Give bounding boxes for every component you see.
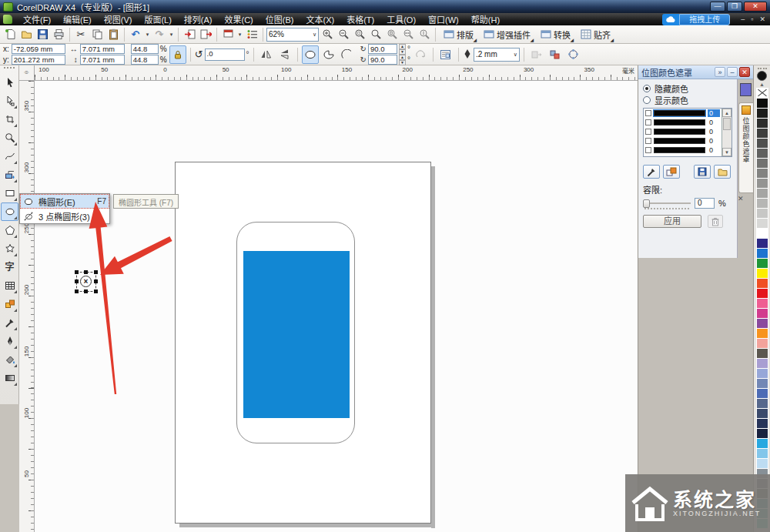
maximize-button[interactable]: ❐ <box>727 2 742 12</box>
save-button[interactable] <box>35 27 50 42</box>
pick-tool[interactable] <box>1 73 18 92</box>
zoom-tool[interactable] <box>1 129 18 147</box>
palette-color-swatch[interactable] <box>756 358 768 368</box>
document-page[interactable] <box>175 162 431 524</box>
rectangle-tool[interactable] <box>1 184 18 202</box>
palette-color-swatch[interactable] <box>756 98 768 108</box>
palette-color-swatch[interactable] <box>756 328 768 338</box>
palette-color-swatch[interactable] <box>756 128 768 138</box>
palette-color-swatch[interactable] <box>756 148 768 158</box>
docker-close-button[interactable]: ✕ <box>739 67 750 77</box>
doc-minimize-button[interactable]: – <box>738 15 748 23</box>
selection-handle[interactable] <box>75 279 79 283</box>
horizontal-ruler[interactable]: 毫米 10050050100150200250300350 <box>35 65 638 81</box>
menu-arrange[interactable]: 排列(A) <box>178 12 219 26</box>
outline-width-combo[interactable]: .2 mm ∨ <box>474 48 520 62</box>
mask-row-checkbox[interactable] <box>645 129 651 135</box>
zoom-all-button[interactable] <box>368 27 383 42</box>
crop-tool[interactable] <box>1 110 18 129</box>
end-angle-spinner[interactable]: ▲▼ <box>399 55 406 65</box>
menu-view[interactable]: 视图(V) <box>98 12 139 26</box>
palette-flyout-button[interactable] <box>757 71 767 81</box>
mask-row-checkbox[interactable] <box>645 119 651 125</box>
mask-color-swatch[interactable] <box>654 147 705 153</box>
save-mask-button[interactable] <box>694 165 711 179</box>
start-angle-spinner[interactable]: ▲▼ <box>399 44 406 55</box>
palette-color-swatch[interactable] <box>756 248 768 258</box>
convert-toolbar-button[interactable]: 转换◢ <box>536 27 575 42</box>
doc-restore-button[interactable]: ▫ <box>748 15 756 23</box>
scroll-down-icon[interactable]: ▼ <box>722 148 732 156</box>
color-mask-row[interactable]: 0 <box>644 136 721 146</box>
menu-file[interactable]: 文件(F) <box>17 12 57 26</box>
edit-color-button[interactable] <box>663 165 680 179</box>
slider-thumb[interactable] <box>643 199 650 208</box>
color-docker-tab[interactable] <box>740 83 752 96</box>
object-height-field[interactable]: 7.071 mm <box>80 55 125 65</box>
palette-color-swatch[interactable] <box>756 158 768 168</box>
blend-tool[interactable] <box>1 295 18 313</box>
object-width-field[interactable]: 7.071 mm <box>80 44 125 54</box>
minimize-button[interactable]: — <box>710 2 725 12</box>
docker-expand-button[interactable]: » <box>715 67 725 77</box>
menu-bitmaps[interactable]: 位图(B) <box>259 12 300 26</box>
hide-colors-radio[interactable]: 隐藏颜色 <box>643 82 732 94</box>
close-button[interactable]: ✕ <box>744 2 767 12</box>
pie-mode-button[interactable] <box>320 45 337 64</box>
selection-handle[interactable] <box>84 270 88 274</box>
tab-strip-close-icon[interactable]: ✕ <box>738 195 744 202</box>
mask-color-swatch[interactable] <box>654 129 705 135</box>
zoom-height-button[interactable] <box>417 27 432 42</box>
scroll-thumb[interactable] <box>723 118 731 130</box>
object-x-field[interactable]: -72.059 mm <box>12 44 65 54</box>
palette-color-swatch[interactable] <box>756 348 768 358</box>
import-button[interactable] <box>182 27 197 42</box>
palette-color-swatch[interactable] <box>756 108 768 118</box>
application-launcher-button[interactable] <box>220 27 236 42</box>
selection-handle[interactable] <box>94 279 98 283</box>
symmetry-button[interactable] <box>565 45 582 64</box>
zoom-out-button[interactable] <box>336 27 351 42</box>
redo-button[interactable]: ↷ <box>152 27 167 42</box>
drag-upload-button[interactable]: 拖拽上传 <box>662 14 730 25</box>
paste-button[interactable] <box>105 27 121 42</box>
rotation-angle-field[interactable]: .0 <box>205 49 245 61</box>
palette-scroll-up[interactable]: ▲ <box>759 82 765 88</box>
palette-color-swatch[interactable] <box>756 138 768 148</box>
delete-mask-button[interactable] <box>708 215 723 228</box>
undo-button[interactable]: ↶ <box>128 27 143 42</box>
menu-table[interactable]: 表格(T) <box>340 12 380 26</box>
palette-color-swatch[interactable] <box>756 238 768 248</box>
menu-window[interactable]: 窗口(W) <box>422 12 465 26</box>
palette-color-swatch[interactable] <box>756 458 768 468</box>
mask-row-checkbox[interactable] <box>645 147 651 153</box>
mask-row-checkbox[interactable] <box>645 138 651 144</box>
mask-color-swatch[interactable] <box>654 119 705 125</box>
zoom-page-button[interactable] <box>384 27 400 42</box>
palette-color-swatch[interactable] <box>756 178 768 188</box>
palette-color-swatch[interactable] <box>756 308 768 318</box>
text-tool[interactable]: 字 <box>1 258 18 276</box>
palette-color-swatch[interactable] <box>756 428 768 438</box>
color-mask-row[interactable]: 0 <box>644 146 721 155</box>
cut-button[interactable]: ✂ <box>73 27 89 42</box>
palette-color-swatch[interactable] <box>756 288 768 298</box>
convert-to-curves-button[interactable] <box>547 45 564 64</box>
smart-fill-tool[interactable] <box>1 166 18 184</box>
mirror-vertical-button[interactable] <box>276 45 293 64</box>
menu-layout[interactable]: 版面(L) <box>138 12 177 26</box>
palette-color-swatch[interactable] <box>756 408 768 418</box>
fill-tool[interactable] <box>1 350 18 369</box>
polygon-tool[interactable] <box>1 221 18 239</box>
arc-mode-button[interactable] <box>339 45 356 64</box>
selection-handle[interactable] <box>94 289 98 293</box>
palette-color-swatch[interactable] <box>756 318 768 328</box>
palette-color-swatch[interactable] <box>756 418 768 428</box>
options-button[interactable] <box>244 27 259 42</box>
color-selector-button[interactable] <box>643 165 660 179</box>
plugin-toolbar-button[interactable]: 增强插件◢ <box>479 27 535 42</box>
end-angle-field[interactable]: 90.0 <box>368 55 397 65</box>
flyout-item-ellipse[interactable]: 椭圆形(E) F7 <box>20 194 109 209</box>
table-tool[interactable] <box>1 276 18 295</box>
palette-color-swatch[interactable] <box>756 218 768 228</box>
